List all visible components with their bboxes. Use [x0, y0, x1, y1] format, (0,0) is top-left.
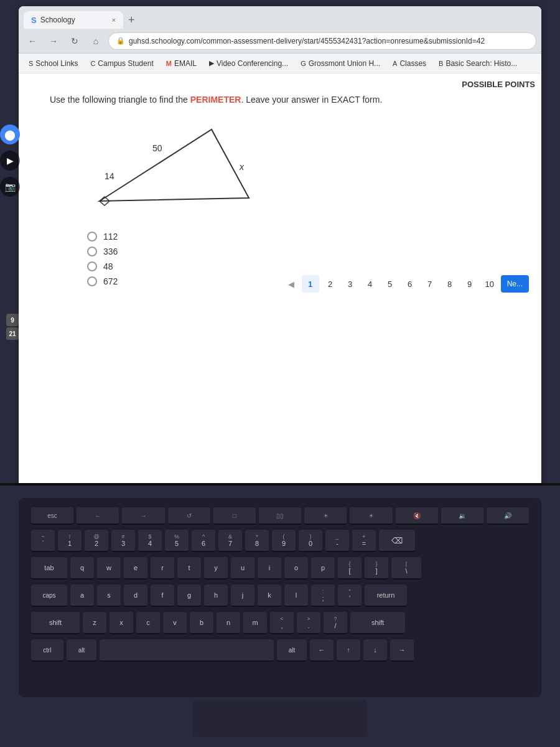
key-a[interactable]: a: [70, 585, 94, 607]
key-5[interactable]: %5: [165, 530, 189, 552]
key-arrow-left[interactable]: ←: [310, 639, 334, 662]
key-c[interactable]: c: [136, 612, 160, 634]
key-shift-left[interactable]: shift: [31, 612, 80, 634]
active-tab[interactable]: S Schoology ×: [24, 11, 123, 29]
bookmark-grossmont[interactable]: G Grossmont Union H...: [296, 57, 385, 70]
key-tab[interactable]: tab: [31, 557, 67, 580]
key-7[interactable]: &7: [218, 530, 242, 552]
key-semicolon[interactable]: :;: [311, 585, 335, 607]
key-arrow-down[interactable]: ↓: [363, 639, 387, 662]
page-1-button[interactable]: 1: [302, 275, 319, 293]
key-b[interactable]: b: [190, 612, 213, 634]
play-icon[interactable]: ▶: [0, 151, 20, 171]
key-quote[interactable]: "': [338, 585, 362, 607]
page-6-button[interactable]: 6: [401, 275, 419, 293]
key-g[interactable]: g: [177, 585, 201, 607]
key-enter[interactable]: return: [365, 585, 407, 607]
choice-48[interactable]: 48: [87, 261, 523, 271]
radio-112[interactable]: [87, 232, 97, 242]
page-9-button[interactable]: 9: [461, 275, 478, 293]
refresh-button[interactable]: ↻: [66, 32, 83, 50]
tab-close-button[interactable]: ×: [112, 16, 116, 24]
key-6[interactable]: ^6: [192, 530, 215, 552]
key-y[interactable]: y: [204, 557, 228, 580]
key-q[interactable]: q: [70, 557, 94, 580]
key-0[interactable]: )0: [299, 530, 322, 552]
page-3-button[interactable]: 3: [342, 275, 359, 293]
key-d[interactable]: d: [124, 585, 147, 607]
bookmark-school-links[interactable]: S School Links: [24, 57, 83, 70]
key-caps[interactable]: caps: [31, 585, 67, 607]
key-f[interactable]: f: [151, 585, 174, 607]
key-s[interactable]: s: [97, 585, 121, 607]
key-f2[interactable]: →: [122, 507, 164, 525]
key-m[interactable]: m: [243, 612, 267, 634]
key-f3[interactable]: ↺: [168, 507, 210, 525]
key-tilde[interactable]: ~`: [31, 530, 55, 552]
key-f4[interactable]: □: [213, 507, 256, 525]
key-8[interactable]: *8: [245, 530, 269, 552]
bookmark-classes[interactable]: A Classes: [388, 57, 431, 70]
key-2[interactable]: @2: [85, 530, 108, 552]
key-period[interactable]: >.: [297, 612, 320, 634]
key-9[interactable]: (9: [272, 530, 296, 552]
key-j[interactable]: j: [231, 585, 254, 607]
key-space[interactable]: [100, 639, 274, 662]
key-equals[interactable]: +=: [352, 530, 376, 552]
key-arrow-up[interactable]: ↑: [337, 639, 360, 662]
key-ctrl[interactable]: ctrl: [31, 639, 63, 662]
key-r[interactable]: r: [151, 557, 174, 580]
key-e[interactable]: e: [124, 557, 147, 580]
page-10-button[interactable]: 10: [481, 275, 498, 293]
page-8-button[interactable]: 8: [441, 275, 459, 293]
address-bar[interactable]: 🔒 guhsd.schoology.com/common-assessment-…: [108, 32, 536, 50]
key-esc[interactable]: esc: [31, 507, 73, 525]
key-bracket-open[interactable]: {[: [338, 557, 362, 580]
key-k[interactable]: k: [258, 585, 281, 607]
key-alt-right[interactable]: alt: [277, 639, 307, 662]
key-comma[interactable]: <,: [270, 612, 294, 634]
key-1[interactable]: !1: [58, 530, 82, 552]
page-4-button[interactable]: 4: [362, 275, 379, 293]
key-backspace[interactable]: ⌫: [379, 530, 415, 552]
key-w[interactable]: w: [97, 557, 121, 580]
key-4[interactable]: $4: [138, 530, 162, 552]
key-minus[interactable]: _-: [325, 530, 349, 552]
key-i[interactable]: i: [258, 557, 281, 580]
choice-112[interactable]: 112: [87, 232, 523, 242]
key-f6[interactable]: ☀: [304, 507, 347, 525]
next-page-button[interactable]: Ne...: [501, 275, 529, 293]
key-p[interactable]: p: [311, 557, 335, 580]
page-2-button[interactable]: 2: [322, 275, 339, 293]
back-button[interactable]: ←: [24, 32, 41, 50]
key-x[interactable]: x: [110, 612, 133, 634]
bookmark-email[interactable]: M EMAIL: [161, 57, 202, 70]
key-o[interactable]: o: [284, 557, 308, 580]
key-t[interactable]: t: [177, 557, 201, 580]
key-h[interactable]: h: [204, 585, 228, 607]
key-f9[interactable]: 🔉: [441, 507, 483, 525]
key-n[interactable]: n: [217, 612, 240, 634]
bookmark-basic-search[interactable]: B Basic Search: Histo...: [434, 57, 522, 70]
radio-336[interactable]: [87, 247, 97, 256]
bookmark-video-conf[interactable]: ▶ Video Conferencing...: [204, 57, 293, 70]
new-tab-button[interactable]: +: [123, 11, 140, 29]
key-u[interactable]: u: [231, 557, 254, 580]
page-5-button[interactable]: 5: [381, 275, 399, 293]
key-l[interactable]: l: [284, 585, 308, 607]
radio-48[interactable]: [87, 261, 97, 271]
trackpad[interactable]: [193, 700, 367, 737]
page-7-button[interactable]: 7: [421, 275, 439, 293]
key-backslash[interactable]: |\: [391, 557, 421, 580]
key-shift-right[interactable]: shift: [350, 612, 405, 634]
key-f10[interactable]: 🔊: [487, 507, 529, 525]
key-3[interactable]: #3: [111, 530, 135, 552]
key-arrow-right[interactable]: →: [390, 639, 414, 662]
forward-button[interactable]: →: [45, 32, 62, 50]
key-f1[interactable]: ←: [77, 507, 119, 525]
key-f8[interactable]: 🔇: [396, 507, 438, 525]
key-alt[interactable]: alt: [67, 639, 96, 662]
key-slash[interactable]: ?/: [324, 612, 347, 634]
bookmark-campus-student[interactable]: C Campus Student: [85, 57, 158, 70]
video-icon[interactable]: 📷: [0, 177, 20, 197]
